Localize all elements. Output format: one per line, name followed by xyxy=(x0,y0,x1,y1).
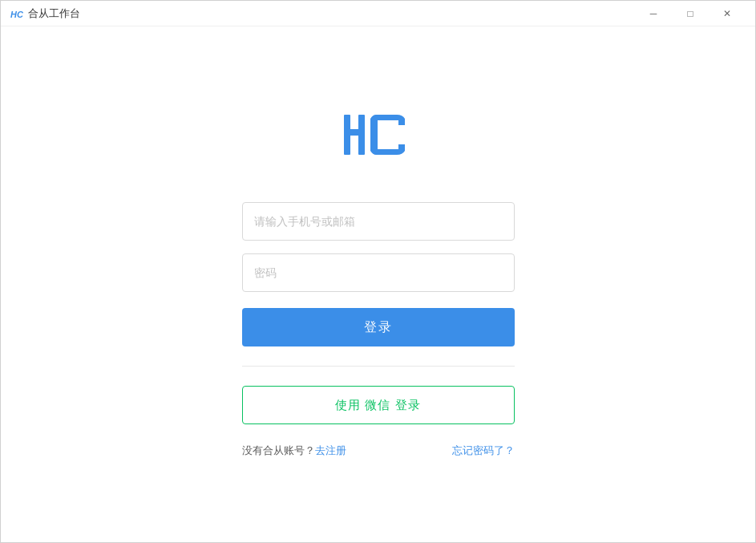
wechat-login-button[interactable]: 使用 微信 登录 xyxy=(242,386,515,424)
divider xyxy=(242,366,515,367)
svg-point-5 xyxy=(390,132,394,137)
svg-text:HC: HC xyxy=(10,10,23,19)
svg-point-4 xyxy=(382,132,387,137)
register-link[interactable]: 去注册 xyxy=(315,444,346,456)
title-bar-left: HC 合从工作台 xyxy=(10,6,80,21)
close-button[interactable]: ✕ xyxy=(709,1,746,26)
hc-logo-icon xyxy=(342,111,414,159)
main-content: 登录 使用 微信 登录 没有合从账号？去注册 忘记密码了？ xyxy=(1,26,755,542)
bottom-links: 没有合从账号？去注册 忘记密码了？ xyxy=(242,444,515,458)
password-input[interactable] xyxy=(242,253,515,292)
minimize-button[interactable]: ─ xyxy=(635,1,672,26)
svg-rect-3 xyxy=(358,115,365,155)
app-title: 合从工作台 xyxy=(28,6,80,21)
maximize-button[interactable]: □ xyxy=(672,1,709,26)
login-form: 登录 使用 微信 登录 没有合从账号？去注册 忘记密码了？ xyxy=(242,202,515,458)
phone-email-input[interactable] xyxy=(242,202,515,241)
logo-container xyxy=(342,111,414,162)
svg-point-6 xyxy=(397,132,402,137)
title-bar: HC 合从工作台 ─ □ ✕ xyxy=(1,1,755,26)
app-logo-icon: HC xyxy=(10,7,23,20)
login-button[interactable]: 登录 xyxy=(242,308,515,346)
window-controls: ─ □ ✕ xyxy=(635,1,746,26)
no-account-text: 没有合从账号？去注册 xyxy=(242,444,346,458)
forgot-password-link[interactable]: 忘记密码了？ xyxy=(452,444,515,458)
